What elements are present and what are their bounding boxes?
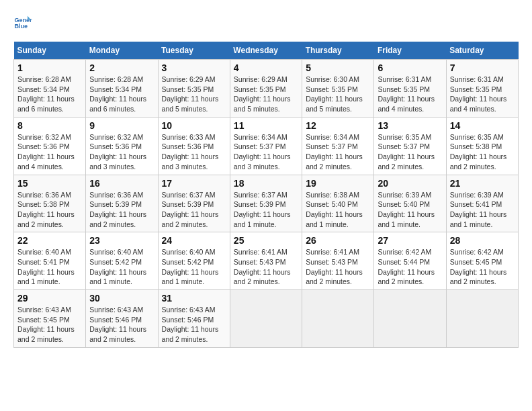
calendar-cell: 23Sunrise: 6:40 AM Sunset: 5:42 PM Dayli… (86, 232, 158, 290)
calendar-cell: 2Sunrise: 6:28 AM Sunset: 5:34 PM Daylig… (86, 60, 158, 118)
day-detail: Sunrise: 6:43 AM Sunset: 5:46 PM Dayligh… (162, 305, 226, 345)
calendar-cell: 7Sunrise: 6:31 AM Sunset: 5:35 PM Daylig… (446, 60, 518, 118)
calendar-cell (230, 290, 302, 348)
day-detail: Sunrise: 6:35 AM Sunset: 5:38 PM Dayligh… (450, 132, 515, 172)
day-detail: Sunrise: 6:42 AM Sunset: 5:45 PM Dayligh… (450, 247, 515, 287)
day-number: 13 (378, 120, 442, 131)
calendar-cell: 9Sunrise: 6:32 AM Sunset: 5:36 PM Daylig… (86, 117, 158, 175)
day-number: 6 (378, 62, 442, 73)
day-number: 21 (450, 178, 515, 189)
calendar-cell: 15Sunrise: 6:36 AM Sunset: 5:38 PM Dayli… (14, 175, 86, 232)
day-number: 18 (234, 178, 298, 189)
calendar-cell: 12Sunrise: 6:34 AM Sunset: 5:37 PM Dayli… (302, 117, 374, 175)
day-number: 4 (234, 62, 298, 73)
day-detail: Sunrise: 6:37 AM Sunset: 5:39 PM Dayligh… (234, 190, 298, 230)
day-detail: Sunrise: 6:36 AM Sunset: 5:39 PM Dayligh… (89, 190, 154, 230)
day-number: 20 (378, 178, 442, 189)
day-detail: Sunrise: 6:32 AM Sunset: 5:36 PM Dayligh… (17, 132, 82, 172)
day-number: 11 (234, 120, 298, 131)
day-number: 1 (17, 62, 82, 73)
calendar-cell: 5Sunrise: 6:30 AM Sunset: 5:35 PM Daylig… (302, 60, 374, 118)
weekday-header-thursday: Thursday (302, 42, 374, 60)
svg-text:General: General (14, 17, 32, 24)
calendar-cell: 18Sunrise: 6:37 AM Sunset: 5:39 PM Dayli… (230, 175, 302, 232)
day-number: 3 (162, 62, 226, 73)
day-detail: Sunrise: 6:36 AM Sunset: 5:38 PM Dayligh… (17, 190, 82, 230)
calendar-cell: 14Sunrise: 6:35 AM Sunset: 5:38 PM Dayli… (446, 117, 518, 175)
calendar-table: SundayMondayTuesdayWednesdayThursdayFrid… (13, 42, 519, 348)
day-number: 30 (89, 293, 154, 304)
day-detail: Sunrise: 6:40 AM Sunset: 5:42 PM Dayligh… (162, 247, 226, 287)
weekday-header-saturday: Saturday (446, 42, 518, 60)
day-number: 2 (89, 62, 154, 73)
day-detail: Sunrise: 6:34 AM Sunset: 5:37 PM Dayligh… (234, 132, 298, 172)
calendar-cell: 30Sunrise: 6:43 AM Sunset: 5:46 PM Dayli… (86, 290, 158, 348)
day-detail: Sunrise: 6:28 AM Sunset: 5:34 PM Dayligh… (17, 75, 82, 114)
calendar-cell: 10Sunrise: 6:33 AM Sunset: 5:36 PM Dayli… (158, 117, 230, 175)
logo-icon: General Blue (13, 13, 32, 32)
calendar-cell: 28Sunrise: 6:42 AM Sunset: 5:45 PM Dayli… (446, 232, 518, 290)
day-detail: Sunrise: 6:34 AM Sunset: 5:37 PM Dayligh… (306, 132, 370, 172)
day-detail: Sunrise: 6:28 AM Sunset: 5:34 PM Dayligh… (89, 75, 154, 114)
day-number: 17 (162, 178, 226, 189)
day-number: 23 (89, 235, 154, 246)
day-number: 31 (162, 293, 226, 304)
day-detail: Sunrise: 6:31 AM Sunset: 5:35 PM Dayligh… (378, 75, 442, 114)
calendar-cell: 27Sunrise: 6:42 AM Sunset: 5:44 PM Dayli… (374, 232, 446, 290)
calendar-cell: 22Sunrise: 6:40 AM Sunset: 5:41 PM Dayli… (14, 232, 86, 290)
day-number: 8 (17, 120, 82, 131)
calendar-cell: 13Sunrise: 6:35 AM Sunset: 5:37 PM Dayli… (374, 117, 446, 175)
calendar-cell: 24Sunrise: 6:40 AM Sunset: 5:42 PM Dayli… (158, 232, 230, 290)
day-number: 19 (306, 178, 370, 189)
day-number: 15 (17, 178, 82, 189)
calendar-cell: 25Sunrise: 6:41 AM Sunset: 5:43 PM Dayli… (230, 232, 302, 290)
day-detail: Sunrise: 6:39 AM Sunset: 5:40 PM Dayligh… (378, 190, 442, 230)
day-detail: Sunrise: 6:41 AM Sunset: 5:43 PM Dayligh… (306, 247, 370, 287)
calendar-cell: 20Sunrise: 6:39 AM Sunset: 5:40 PM Dayli… (374, 175, 446, 232)
calendar-cell: 4Sunrise: 6:29 AM Sunset: 5:35 PM Daylig… (230, 60, 302, 118)
day-detail: Sunrise: 6:39 AM Sunset: 5:41 PM Dayligh… (450, 190, 515, 230)
calendar-cell (374, 290, 446, 348)
calendar-cell: 6Sunrise: 6:31 AM Sunset: 5:35 PM Daylig… (374, 60, 446, 118)
day-number: 26 (306, 235, 370, 246)
day-detail: Sunrise: 6:29 AM Sunset: 5:35 PM Dayligh… (162, 75, 226, 114)
day-number: 12 (306, 120, 370, 131)
day-detail: Sunrise: 6:40 AM Sunset: 5:42 PM Dayligh… (89, 247, 154, 287)
calendar-cell: 26Sunrise: 6:41 AM Sunset: 5:43 PM Dayli… (302, 232, 374, 290)
day-detail: Sunrise: 6:35 AM Sunset: 5:37 PM Dayligh… (378, 132, 442, 172)
logo: General Blue (13, 13, 35, 32)
day-detail: Sunrise: 6:31 AM Sunset: 5:35 PM Dayligh… (450, 75, 515, 114)
day-number: 5 (306, 62, 370, 73)
calendar-cell: 21Sunrise: 6:39 AM Sunset: 5:41 PM Dayli… (446, 175, 518, 232)
day-number: 16 (89, 178, 154, 189)
day-detail: Sunrise: 6:37 AM Sunset: 5:39 PM Dayligh… (162, 190, 226, 230)
day-detail: Sunrise: 6:30 AM Sunset: 5:35 PM Dayligh… (306, 75, 370, 114)
calendar-cell: 19Sunrise: 6:38 AM Sunset: 5:40 PM Dayli… (302, 175, 374, 232)
calendar-cell: 29Sunrise: 6:43 AM Sunset: 5:45 PM Dayli… (14, 290, 86, 348)
calendar-cell: 8Sunrise: 6:32 AM Sunset: 5:36 PM Daylig… (14, 117, 86, 175)
calendar-cell: 3Sunrise: 6:29 AM Sunset: 5:35 PM Daylig… (158, 60, 230, 118)
day-number: 14 (450, 120, 515, 131)
calendar-cell: 17Sunrise: 6:37 AM Sunset: 5:39 PM Dayli… (158, 175, 230, 232)
day-detail: Sunrise: 6:33 AM Sunset: 5:36 PM Dayligh… (162, 132, 226, 172)
day-detail: Sunrise: 6:32 AM Sunset: 5:36 PM Dayligh… (89, 132, 154, 172)
calendar-cell (446, 290, 518, 348)
calendar-cell: 1Sunrise: 6:28 AM Sunset: 5:34 PM Daylig… (14, 60, 86, 118)
day-detail: Sunrise: 6:29 AM Sunset: 5:35 PM Dayligh… (234, 75, 298, 114)
day-number: 10 (162, 120, 226, 131)
weekday-header-monday: Monday (86, 42, 158, 60)
day-number: 27 (378, 235, 442, 246)
day-number: 7 (450, 62, 515, 73)
calendar-cell: 11Sunrise: 6:34 AM Sunset: 5:37 PM Dayli… (230, 117, 302, 175)
day-detail: Sunrise: 6:40 AM Sunset: 5:41 PM Dayligh… (17, 247, 82, 287)
weekday-header-tuesday: Tuesday (158, 42, 230, 60)
day-number: 24 (162, 235, 226, 246)
day-number: 9 (89, 120, 154, 131)
day-number: 28 (450, 235, 515, 246)
calendar-cell: 31Sunrise: 6:43 AM Sunset: 5:46 PM Dayli… (158, 290, 230, 348)
day-detail: Sunrise: 6:38 AM Sunset: 5:40 PM Dayligh… (306, 190, 370, 230)
weekday-header-friday: Friday (374, 42, 446, 60)
calendar-cell (302, 290, 374, 348)
day-detail: Sunrise: 6:43 AM Sunset: 5:46 PM Dayligh… (89, 305, 154, 345)
day-detail: Sunrise: 6:41 AM Sunset: 5:43 PM Dayligh… (234, 247, 298, 287)
